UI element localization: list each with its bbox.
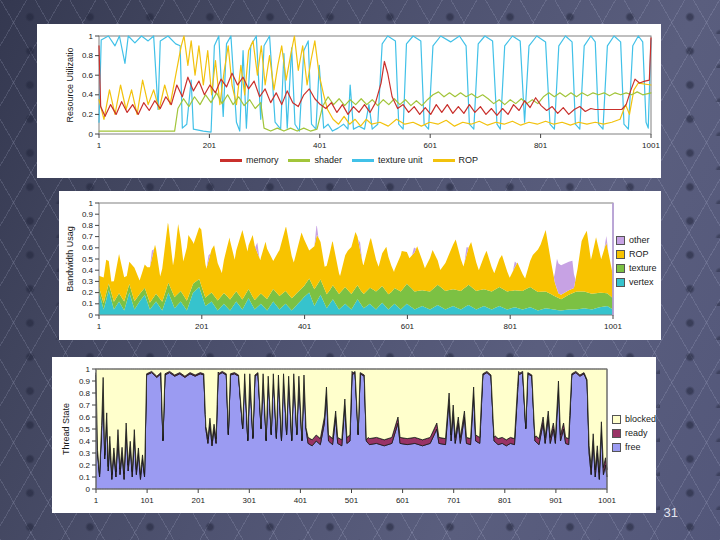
y-tick-label: 0.2 — [79, 461, 91, 470]
y-tick-label: 0.5 — [79, 425, 91, 434]
legend-item-ready: ready — [612, 428, 656, 438]
legend-label: free — [625, 442, 641, 452]
y-tick-label: 0 — [89, 130, 94, 139]
y-tick-label: 1 — [89, 199, 94, 208]
blocked-swatch — [612, 415, 621, 424]
x-tick-label: 1 — [94, 496, 99, 505]
y-tick-label: 0.2 — [82, 110, 94, 119]
y-tick-label: 1 — [89, 32, 94, 41]
y-tick-label: 1 — [86, 365, 91, 374]
page-number: 31 — [664, 505, 678, 520]
y-tick-label: 0.8 — [79, 389, 91, 398]
bandwidth-usage-legend: otherROPtexturevertex — [616, 235, 657, 287]
x-tick-label: 1 — [97, 141, 102, 150]
x-tick-label: 401 — [298, 322, 312, 331]
x-tick-label: 601 — [396, 496, 410, 505]
x-tick-label: 1 — [97, 322, 102, 331]
y-tick-label: 0.8 — [82, 51, 94, 60]
y-tick-label: 0.9 — [82, 210, 94, 219]
x-tick-label: 101 — [140, 496, 154, 505]
y-tick-label: 0.3 — [79, 449, 91, 458]
slide-background: Resource Utilizatio 10.80.60.40.20120140… — [0, 0, 720, 540]
x-tick-label: 201 — [203, 141, 217, 150]
y-tick-label: 0.4 — [82, 90, 94, 99]
x-tick-label: 601 — [424, 141, 438, 150]
y-tick-label: 0.4 — [79, 437, 91, 446]
y-tick-label: 0.6 — [79, 413, 91, 422]
legend-item-ROP: ROP — [616, 249, 657, 259]
x-tick-label: 201 — [195, 322, 209, 331]
legend-item-memory: memory — [220, 155, 279, 165]
vertex-swatch — [616, 278, 625, 287]
legend-label: other — [629, 235, 650, 245]
resource-utilization-chart-panel: Resource Utilizatio 10.80.60.40.20120140… — [37, 24, 661, 178]
legend-item-shader: shader — [288, 155, 342, 165]
y-tick-label: 0.6 — [82, 71, 94, 80]
x-tick-label: 401 — [294, 496, 308, 505]
legend-label: texture unit — [378, 155, 423, 165]
y-tick-label: 0.5 — [82, 255, 94, 264]
x-tick-label: 601 — [401, 322, 415, 331]
y-tick-label: 0.1 — [79, 473, 91, 482]
legend-label: blocked — [625, 414, 656, 424]
y-tick-label: 0.7 — [82, 232, 94, 241]
ready-swatch — [612, 429, 621, 438]
y-tick-label: 0.8 — [82, 221, 94, 230]
bandwidth-usage-chart: 10.90.80.70.60.50.40.30.20.1012014016018… — [59, 191, 661, 340]
legend-label: vertex — [629, 277, 654, 287]
legend-item-other: other — [616, 235, 657, 245]
legend-item-free: free — [612, 442, 656, 452]
other-swatch — [616, 236, 625, 245]
legend-item-texture: texture — [616, 263, 657, 273]
x-tick-label: 1001 — [604, 322, 622, 331]
x-tick-label: 301 — [243, 496, 257, 505]
bandwidth-usage-chart-panel: Bandwidth Usag 10.90.80.70.60.50.40.30.2… — [59, 191, 661, 340]
ROP-swatch — [433, 159, 455, 162]
legend-label: shader — [314, 155, 342, 165]
x-tick-label: 801 — [504, 322, 518, 331]
y-tick-label: 0 — [89, 311, 94, 320]
thread-state-legend: blockedreadyfree — [612, 414, 656, 452]
x-tick-label: 801 — [498, 496, 512, 505]
thread-state-chart: 10.90.80.70.60.50.40.30.20.1011012013014… — [52, 357, 656, 513]
x-tick-label: 401 — [313, 141, 327, 150]
shader-swatch — [288, 159, 310, 162]
x-tick-label: 1001 — [598, 496, 616, 505]
y-tick-label: 0.9 — [79, 377, 91, 386]
y-tick-label: 0.7 — [79, 401, 91, 410]
legend-item-vertex: vertex — [616, 277, 657, 287]
texture-unit-swatch — [352, 159, 374, 162]
y-tick-label: 0.2 — [82, 288, 94, 297]
y-tick-label: 0.4 — [82, 266, 94, 275]
free-swatch — [612, 443, 621, 452]
x-tick-label: 201 — [192, 496, 206, 505]
y-tick-label: 0.3 — [82, 277, 94, 286]
legend-label: ready — [625, 428, 648, 438]
y-tick-label: 0.6 — [82, 243, 94, 252]
y-tick-label: 0.1 — [82, 299, 94, 308]
x-tick-label: 501 — [345, 496, 359, 505]
legend-label: ROP — [459, 155, 479, 165]
legend-label: ROP — [629, 249, 649, 259]
legend-item-texture-unit: texture unit — [352, 155, 423, 165]
texture-swatch — [616, 264, 625, 273]
memory-swatch — [220, 159, 242, 162]
x-tick-label: 701 — [447, 496, 461, 505]
legend-label: memory — [246, 155, 279, 165]
resource-utilization-legend: memoryshadertexture unitROP — [37, 155, 661, 165]
thread-state-chart-panel: Thread State 10.90.80.70.60.50.40.30.20.… — [52, 357, 656, 513]
x-tick-label: 901 — [549, 496, 563, 505]
x-tick-label: 801 — [534, 141, 548, 150]
legend-item-ROP: ROP — [433, 155, 479, 165]
legend-label: texture — [629, 263, 657, 273]
legend-item-blocked: blocked — [612, 414, 656, 424]
y-tick-label: 0 — [86, 485, 91, 494]
x-tick-label: 1001 — [642, 141, 660, 150]
ROP-swatch — [616, 250, 625, 259]
